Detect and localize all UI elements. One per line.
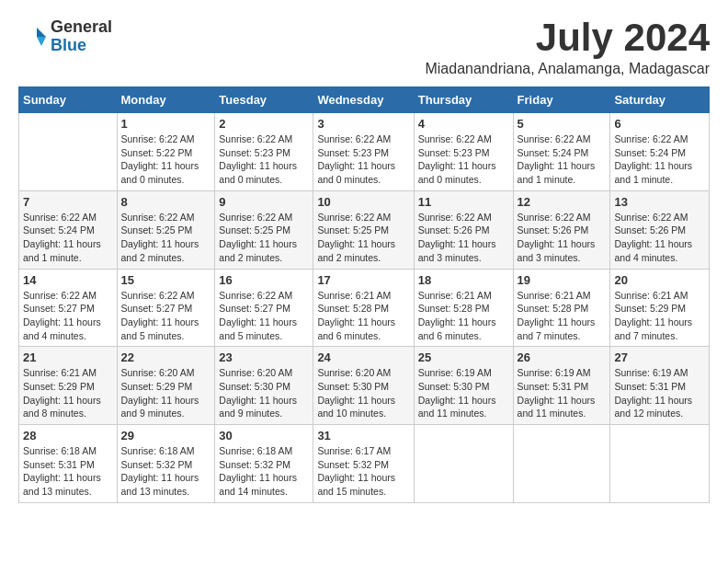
calendar-cell: 9Sunrise: 6:22 AMSunset: 5:25 PMDaylight… — [215, 190, 313, 269]
calendar-cell: 5Sunrise: 6:22 AMSunset: 5:24 PMDaylight… — [513, 113, 610, 191]
day-info: Sunrise: 6:22 AMSunset: 5:24 PMDaylight:… — [518, 132, 607, 187]
calendar-cell: 2Sunrise: 6:22 AMSunset: 5:23 PMDaylight… — [215, 113, 313, 191]
day-number: 5 — [518, 117, 607, 131]
calendar-cell: 12Sunrise: 6:22 AMSunset: 5:26 PMDayligh… — [513, 190, 610, 269]
weekday-header: Saturday — [610, 87, 710, 113]
day-info: Sunrise: 6:22 AMSunset: 5:23 PMDaylight:… — [418, 132, 509, 187]
day-info: Sunrise: 6:22 AMSunset: 5:25 PMDaylight:… — [317, 211, 409, 265]
calendar-week-row: 1Sunrise: 6:22 AMSunset: 5:22 PMDaylight… — [19, 113, 710, 191]
day-number: 31 — [317, 429, 409, 442]
day-number: 22 — [121, 350, 211, 364]
calendar-cell: 3Sunrise: 6:22 AMSunset: 5:23 PMDaylight… — [313, 113, 414, 191]
calendar-cell: 15Sunrise: 6:22 AMSunset: 5:27 PMDayligh… — [117, 269, 215, 347]
day-number: 4 — [418, 117, 509, 131]
day-number: 10 — [317, 195, 409, 209]
day-info: Sunrise: 6:22 AMSunset: 5:25 PMDaylight:… — [121, 211, 211, 265]
weekday-header: Monday — [117, 87, 215, 113]
day-number: 15 — [121, 273, 211, 287]
calendar-cell: 22Sunrise: 6:20 AMSunset: 5:29 PMDayligh… — [117, 347, 215, 425]
page-header: General Blue July 2024 Miadanandriana, A… — [18, 18, 710, 77]
calendar-cell: 6Sunrise: 6:22 AMSunset: 5:24 PMDaylight… — [610, 113, 710, 191]
calendar-cell: 21Sunrise: 6:21 AMSunset: 5:29 PMDayligh… — [19, 347, 118, 425]
calendar-cell: 30Sunrise: 6:18 AMSunset: 5:32 PMDayligh… — [215, 425, 313, 503]
day-info: Sunrise: 6:18 AMSunset: 5:32 PMDaylight:… — [121, 444, 211, 499]
day-number: 20 — [614, 273, 705, 287]
day-info: Sunrise: 6:22 AMSunset: 5:24 PMDaylight:… — [614, 132, 705, 187]
logo-text: General Blue — [51, 18, 112, 55]
weekday-header: Thursday — [414, 87, 513, 113]
calendar-cell: 4Sunrise: 6:22 AMSunset: 5:23 PMDaylight… — [414, 113, 513, 191]
day-number: 19 — [518, 273, 607, 287]
day-info: Sunrise: 6:22 AMSunset: 5:27 PMDaylight:… — [219, 289, 309, 343]
month-title: July 2024 — [425, 18, 710, 57]
calendar-cell: 18Sunrise: 6:21 AMSunset: 5:28 PMDayligh… — [414, 269, 513, 347]
day-number: 21 — [23, 350, 113, 364]
calendar-cell: 28Sunrise: 6:18 AMSunset: 5:31 PMDayligh… — [19, 425, 118, 503]
calendar-cell — [610, 425, 710, 503]
calendar-week-row: 28Sunrise: 6:18 AMSunset: 5:31 PMDayligh… — [19, 425, 710, 503]
calendar-cell: 10Sunrise: 6:22 AMSunset: 5:25 PMDayligh… — [313, 190, 414, 269]
calendar-cell: 14Sunrise: 6:22 AMSunset: 5:27 PMDayligh… — [19, 269, 118, 347]
calendar-cell: 8Sunrise: 6:22 AMSunset: 5:25 PMDaylight… — [117, 190, 215, 269]
logo-icon — [18, 23, 46, 51]
day-info: Sunrise: 6:21 AMSunset: 5:28 PMDaylight:… — [317, 289, 409, 343]
calendar-cell: 29Sunrise: 6:18 AMSunset: 5:32 PMDayligh… — [117, 425, 215, 503]
day-number: 18 — [418, 273, 509, 287]
calendar-cell: 27Sunrise: 6:19 AMSunset: 5:31 PMDayligh… — [610, 347, 710, 425]
day-number: 17 — [317, 273, 409, 287]
day-info: Sunrise: 6:17 AMSunset: 5:32 PMDaylight:… — [317, 444, 409, 499]
logo: General Blue — [18, 18, 112, 55]
day-number: 27 — [614, 350, 705, 364]
day-number: 12 — [518, 195, 607, 209]
logo-general: General — [51, 18, 112, 37]
calendar-cell — [19, 113, 118, 191]
location: Miadanandriana, Analamanga, Madagascar — [425, 61, 710, 77]
calendar-header-row: SundayMondayTuesdayWednesdayThursdayFrid… — [19, 87, 710, 113]
day-number: 26 — [518, 350, 607, 364]
day-info: Sunrise: 6:22 AMSunset: 5:24 PMDaylight:… — [23, 211, 113, 265]
calendar-cell: 11Sunrise: 6:22 AMSunset: 5:26 PMDayligh… — [414, 190, 513, 269]
day-number: 1 — [121, 117, 211, 131]
day-info: Sunrise: 6:21 AMSunset: 5:28 PMDaylight:… — [418, 289, 509, 343]
day-number: 23 — [219, 350, 309, 364]
day-info: Sunrise: 6:19 AMSunset: 5:30 PMDaylight:… — [418, 366, 509, 420]
day-number: 14 — [23, 273, 113, 287]
day-info: Sunrise: 6:22 AMSunset: 5:22 PMDaylight:… — [121, 132, 211, 187]
day-info: Sunrise: 6:18 AMSunset: 5:31 PMDaylight:… — [23, 444, 113, 499]
day-number: 24 — [317, 350, 409, 364]
title-area: July 2024 Miadanandriana, Analamanga, Ma… — [425, 18, 710, 77]
day-info: Sunrise: 6:21 AMSunset: 5:29 PMDaylight:… — [23, 366, 113, 420]
day-info: Sunrise: 6:22 AMSunset: 5:25 PMDaylight:… — [219, 211, 309, 265]
day-number: 7 — [23, 195, 113, 209]
day-info: Sunrise: 6:19 AMSunset: 5:31 PMDaylight:… — [614, 366, 705, 420]
day-number: 6 — [614, 117, 705, 131]
calendar-cell: 20Sunrise: 6:21 AMSunset: 5:29 PMDayligh… — [610, 269, 710, 347]
day-number: 3 — [317, 117, 409, 131]
day-number: 25 — [418, 350, 509, 364]
calendar-cell: 1Sunrise: 6:22 AMSunset: 5:22 PMDaylight… — [117, 113, 215, 191]
svg-marker-1 — [37, 37, 46, 46]
day-number: 13 — [614, 195, 705, 209]
day-number: 30 — [219, 429, 309, 442]
day-info: Sunrise: 6:22 AMSunset: 5:23 PMDaylight:… — [219, 132, 309, 187]
day-number: 2 — [219, 117, 309, 131]
day-info: Sunrise: 6:21 AMSunset: 5:29 PMDaylight:… — [614, 289, 705, 343]
day-info: Sunrise: 6:18 AMSunset: 5:32 PMDaylight:… — [219, 444, 309, 499]
calendar-week-row: 7Sunrise: 6:22 AMSunset: 5:24 PMDaylight… — [19, 190, 710, 269]
day-info: Sunrise: 6:21 AMSunset: 5:28 PMDaylight:… — [518, 289, 607, 343]
calendar-cell: 23Sunrise: 6:20 AMSunset: 5:30 PMDayligh… — [215, 347, 313, 425]
day-info: Sunrise: 6:22 AMSunset: 5:26 PMDaylight:… — [418, 211, 509, 265]
day-info: Sunrise: 6:20 AMSunset: 5:30 PMDaylight:… — [219, 366, 309, 420]
calendar-cell: 31Sunrise: 6:17 AMSunset: 5:32 PMDayligh… — [313, 425, 414, 503]
day-info: Sunrise: 6:22 AMSunset: 5:26 PMDaylight:… — [614, 211, 705, 265]
day-info: Sunrise: 6:22 AMSunset: 5:27 PMDaylight:… — [121, 289, 211, 343]
day-number: 8 — [121, 195, 211, 209]
day-number: 11 — [418, 195, 509, 209]
day-info: Sunrise: 6:20 AMSunset: 5:29 PMDaylight:… — [121, 366, 211, 420]
weekday-header: Wednesday — [313, 87, 414, 113]
weekday-header: Sunday — [19, 87, 118, 113]
calendar-cell: 16Sunrise: 6:22 AMSunset: 5:27 PMDayligh… — [215, 269, 313, 347]
calendar-cell: 7Sunrise: 6:22 AMSunset: 5:24 PMDaylight… — [19, 190, 118, 269]
day-info: Sunrise: 6:22 AMSunset: 5:23 PMDaylight:… — [317, 132, 409, 187]
day-info: Sunrise: 6:20 AMSunset: 5:30 PMDaylight:… — [317, 366, 409, 420]
